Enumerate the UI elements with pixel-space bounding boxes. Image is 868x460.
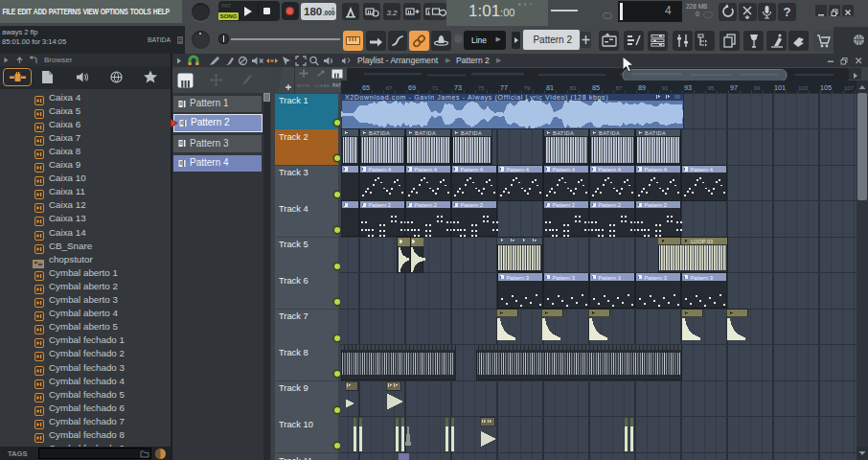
svg-text:103: 103: [798, 85, 809, 91]
svg-text:99: 99: [754, 85, 761, 91]
svg-text:BATIDA: BATIDA: [369, 130, 390, 136]
svg-text:67: 67: [386, 85, 393, 91]
svg-text:BATIDA: BATIDA: [599, 130, 620, 136]
svg-text:Pattern 4: Pattern 4: [599, 167, 622, 172]
svg-text:Pattern 3: Pattern 3: [507, 275, 530, 281]
svg-text:Pattern 2: Pattern 2: [415, 202, 438, 208]
svg-text:79: 79: [524, 85, 531, 91]
svg-text:75: 75: [478, 85, 485, 91]
svg-text:LOOP 03: LOOP 03: [691, 239, 713, 244]
svg-text:73: 73: [454, 83, 462, 92]
svg-text:83: 83: [570, 85, 577, 91]
svg-text:Pattern 3: Pattern 3: [645, 275, 668, 281]
svg-text:95: 95: [708, 85, 715, 91]
svg-text:77: 77: [500, 83, 508, 92]
svg-text:Pattern 4: Pattern 4: [553, 167, 576, 172]
svg-text:Pattern 4: Pattern 4: [507, 167, 530, 172]
svg-text:3.2: 3.2: [386, 9, 398, 17]
svg-text:X2Download.com - Gavin James -: X2Download.com - Gavin James - Always (O…: [345, 94, 608, 102]
svg-text:71: 71: [432, 85, 439, 91]
svg-text:105: 105: [820, 83, 832, 92]
svg-text:85: 85: [592, 83, 600, 92]
svg-text:89: 89: [638, 83, 646, 92]
svg-text:101: 101: [774, 83, 786, 92]
svg-text:BATIDA: BATIDA: [461, 130, 482, 136]
svg-text:91: 91: [662, 85, 669, 91]
svg-text:81: 81: [546, 83, 554, 92]
svg-text:93: 93: [684, 83, 692, 92]
svg-text:65: 65: [362, 83, 370, 92]
svg-text:Pattern 2: Pattern 2: [553, 202, 576, 208]
svg-text:BATIDA: BATIDA: [645, 130, 666, 136]
svg-text:69: 69: [408, 83, 416, 92]
svg-text:Pattern 2: Pattern 2: [645, 202, 668, 208]
svg-text:Pattern 4: Pattern 4: [461, 167, 484, 172]
svg-text:87: 87: [616, 85, 623, 91]
svg-text:Pattern 4: Pattern 4: [691, 167, 714, 172]
svg-text:107: 107: [844, 85, 855, 91]
svg-text:BATIDA: BATIDA: [415, 130, 436, 136]
svg-text:97: 97: [730, 83, 738, 92]
svg-text:Pattern 3: Pattern 3: [599, 275, 622, 281]
svg-text:Pattern 2: Pattern 2: [599, 202, 622, 208]
svg-text:?: ?: [784, 5, 791, 19]
svg-text:BATIDA: BATIDA: [553, 130, 574, 136]
svg-text:Pattern 3: Pattern 3: [553, 275, 576, 281]
svg-text:Pattern 3: Pattern 3: [691, 275, 714, 281]
svg-text:Pattern 4: Pattern 4: [645, 167, 668, 172]
svg-text:Pattern 4: Pattern 4: [415, 167, 438, 172]
svg-text:Pattern 4: Pattern 4: [369, 167, 392, 172]
svg-text:Pattern 2: Pattern 2: [461, 202, 484, 208]
svg-text:Pattern 2: Pattern 2: [369, 202, 392, 208]
